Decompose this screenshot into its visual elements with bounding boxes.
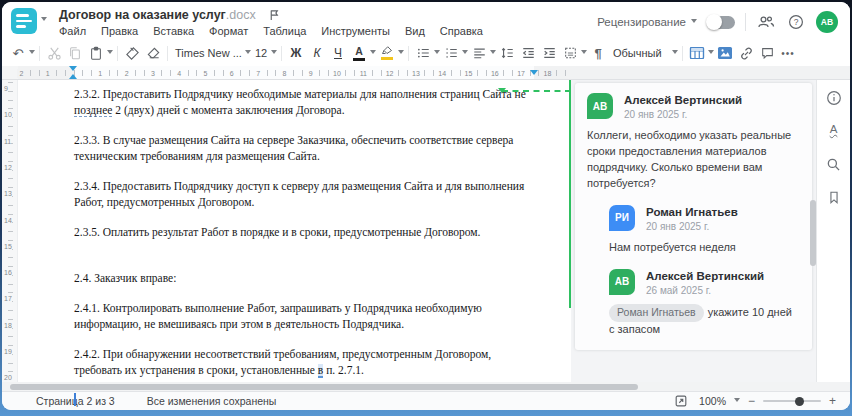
document-title: Договор на оказание услуг [59,8,226,22]
comment-thread-card[interactable]: АВ Алексей Вертинский 20 янв 2025 г. Кол… [575,83,812,350]
format-painter-button[interactable] [122,43,142,63]
menu-item-view[interactable]: Вид [405,25,425,37]
menu-item-edit[interactable]: Правка [101,25,138,37]
ruler-number: 9 [4,84,8,93]
document-info-icon[interactable] [824,88,844,108]
menu-item-table[interactable]: Таблица [263,25,306,37]
underline-button[interactable]: Ч [328,43,348,63]
paragraph-marks-button[interactable]: ¶ [588,43,608,63]
table-chevron-icon[interactable] [708,50,714,57]
menu-item-file[interactable]: Файл [59,25,86,37]
logo-chevron-down-icon[interactable] [41,17,47,24]
ruler-number: 17 [4,294,12,303]
fit-page-icon[interactable] [671,391,691,410]
eraser-button[interactable] [143,43,163,63]
reply-date: 26 май 2025 г. [646,285,764,296]
zoom-chevron-icon[interactable] [734,398,740,405]
comment-reply[interactable]: АВ Алексей Вертинский 26 май 2025 г. Ром… [609,269,800,338]
bullet-list-button[interactable] [413,43,433,63]
copy-button[interactable] [65,43,85,63]
paragraph-2-3-3: 2.3.3. В случае размещения Сайта на серв… [74,132,534,164]
paragraph-2-4-2: 2.4.2. При обнаружении несоответствий тр… [74,346,534,378]
highlight-color-button[interactable] [377,43,397,63]
header: Договор на оказание услуг.docx ФайлПравк… [2,2,850,40]
frame-chevron-icon[interactable] [581,50,587,57]
review-mode-dropdown[interactable]: Рецензирование [597,16,697,28]
bookmark-icon[interactable] [824,187,844,207]
zoom-slider[interactable] [763,400,821,402]
undo-chevron-icon[interactable] [29,50,35,57]
zoom-level[interactable]: 100% [699,395,726,407]
horizontal-ruler[interactable]: 21123456789101112131415161718 [18,66,850,79]
undo-button[interactable]: ↶ [8,43,28,63]
font-size-chevron-icon[interactable] [271,50,277,57]
decrease-indent-button[interactable] [518,43,538,63]
zoom-in-button[interactable]: + [829,395,836,407]
insert-image-button[interactable] [715,43,735,63]
zoom-slider-knob[interactable] [795,397,804,406]
more-tools-button[interactable]: ••• [778,43,798,63]
right-indent-marker[interactable] [530,70,538,79]
document-page[interactable]: 2.3.2. Предоставить Подрядчику необходим… [18,80,571,382]
insert-frame-button[interactable] [560,43,580,63]
search-icon[interactable] [824,154,844,174]
font-color-button[interactable]: А [349,43,369,63]
ruler-number: 15 [4,242,12,251]
ruler-number: 14 [436,69,448,78]
paste-chevron-icon[interactable] [107,50,113,57]
menu-item-tools[interactable]: Инструменты [321,25,390,37]
mention-pill[interactable]: Роман Игнатьев [609,304,704,322]
align-button[interactable] [469,43,489,63]
chevron-down-icon [691,19,697,26]
reply-author-name: Роман Игнатьев [646,205,738,218]
ruler-number: 10 [4,110,12,119]
insert-link-button[interactable] [736,43,756,63]
ruler-number: 9 [307,69,315,78]
review-toggle[interactable] [707,16,735,29]
spellcheck-icon[interactable]: А [824,121,844,141]
menu-item-help[interactable]: Справка [440,25,483,37]
font-color-chevron-icon[interactable] [370,50,376,57]
horizontal-scrollbar-track[interactable] [2,382,850,391]
paragraph-style-select[interactable]: Обычный [609,47,671,59]
italic-button[interactable]: К [307,43,327,63]
cut-button[interactable] [44,43,64,63]
line-spacing-button[interactable] [497,43,517,63]
bullet-list-chevron-icon[interactable] [434,50,440,57]
insert-table-button[interactable] [687,43,707,63]
menu-item-insert[interactable]: Вставка [153,25,194,37]
paragraph-2-3-5: 2.3.5. Оплатить результат Работ в порядк… [74,224,534,240]
vertical-scrollbar[interactable] [810,200,816,266]
font-size-select[interactable]: 12 [252,47,270,59]
font-name-select[interactable]: Times New ... [172,47,244,59]
paste-button[interactable] [86,43,106,63]
comment-main[interactable]: АВ Алексей Вертинский 20 янв 2025 г. Кол… [587,93,800,192]
collaboration-users-icon[interactable] [756,12,776,32]
zoom-out-button[interactable]: − [748,395,755,407]
left-indent-marker[interactable] [69,70,77,79]
horizontal-scrollbar-thumb[interactable] [10,384,638,390]
menu-item-format[interactable]: Формат [209,25,248,37]
align-chevron-icon[interactable] [490,50,496,57]
style-chevron-icon[interactable] [672,50,678,57]
ruler-corner [2,66,18,79]
increase-indent-button[interactable] [539,43,559,63]
numbered-list-chevron-icon[interactable] [462,50,468,57]
vertical-ruler[interactable]: 91011121314151617181920 [2,80,18,382]
bold-button[interactable]: Ж [286,43,306,63]
comment-reply[interactable]: РИ Роман Игнатьев 20 янв 2025 г. Нам пот… [609,205,800,256]
ruler-number: 2 [17,69,25,78]
flag-icon[interactable] [268,8,281,22]
font-name-chevron-icon[interactable] [245,50,251,57]
comment-anchor-word[interactable]: позднее [74,104,112,117]
insert-comment-button[interactable] [757,43,777,63]
numbered-list-button[interactable] [441,43,461,63]
reply-author-avatar: РИ [609,205,635,231]
highlight-chevron-icon[interactable] [398,50,404,57]
comment-anchor-line [502,90,571,92]
ruler-number: 1 [96,69,104,78]
ruler-number: 1 [44,69,52,78]
help-icon[interactable]: ? [786,12,806,32]
user-avatar[interactable]: АВ [816,11,838,33]
app-logo-icon[interactable] [11,8,37,34]
